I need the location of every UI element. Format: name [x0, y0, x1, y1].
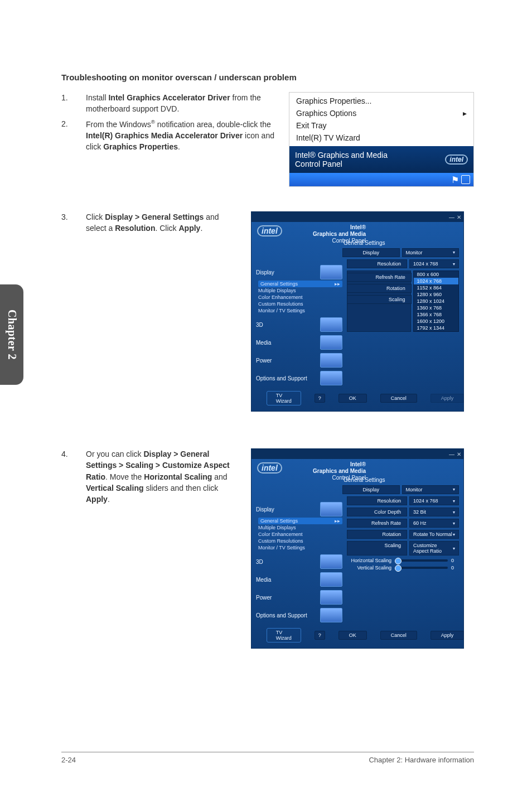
cancel-button[interactable]: Cancel [380, 394, 417, 403]
resolution-select[interactable]: 1024 x 768▾ [409, 496, 459, 505]
screenshot-tray-menu: Graphics Properties... Graphics Options▸… [289, 92, 474, 187]
thumbnail-icon [320, 502, 342, 516]
screenshot-control-panel-scaling: — ✕ intel General Settings Display Monit… [251, 448, 464, 649]
sidebar: Display General Settings▸▸ Multiple Disp… [252, 259, 342, 388]
sidebar-subitem[interactable]: General Settings▸▸ [258, 281, 342, 287]
field-label: Resolution [347, 496, 407, 505]
vertical-scaling-slider[interactable] [395, 567, 448, 569]
chevron-down-icon: ▾ [453, 532, 455, 537]
tray-icon[interactable] [461, 175, 470, 184]
sidebar-item-power[interactable]: Power [256, 353, 342, 368]
color-depth-select[interactable]: 32 Bit▾ [409, 508, 459, 516]
intel-logo-icon: intel [257, 462, 282, 474]
minimize-icon[interactable]: — [449, 451, 454, 457]
page-number: 2-24 [61, 756, 76, 764]
scaling-select[interactable]: Customize Aspect Ratio▾ [409, 541, 459, 555]
sidebar-item-3d[interactable]: 3D [256, 554, 342, 569]
help-button[interactable]: ? [315, 631, 325, 640]
slider-thumb-icon[interactable] [395, 565, 402, 572]
context-menu: Graphics Properties... Graphics Options▸… [289, 93, 473, 146]
tab-display[interactable]: Display [342, 485, 400, 494]
resolution-select[interactable]: 1024 x 768▾ [409, 259, 459, 268]
step-text: From the Windows® notification area, dou… [86, 118, 278, 153]
dropdown-option[interactable]: 1366 x 768 [414, 311, 458, 318]
cancel-button[interactable]: Cancel [380, 631, 417, 640]
sidebar-subitem[interactable]: Color Enhancement [258, 294, 342, 301]
minimize-icon[interactable]: — [449, 214, 454, 220]
section-title: Troubleshooting on monitor overscan / un… [61, 73, 474, 82]
step-number: 3. [61, 211, 86, 234]
sidebar-item-media[interactable]: Media [256, 572, 342, 587]
panel-tooltip-label: Intel® Graphics and Media Control Panel [295, 151, 412, 168]
rotation-select[interactable]: Rotate To Normal▾ [409, 530, 459, 539]
tv-wizard-button[interactable]: TV Wizard [267, 628, 301, 642]
field-label: Resolution [347, 259, 407, 268]
dropdown-option[interactable]: 1360 x 768 [414, 305, 458, 311]
footer-chapter-title: Chapter 2: Hardware information [369, 756, 474, 764]
sidebar-item-power[interactable]: Power [256, 590, 342, 605]
field-label: Rotation [347, 284, 412, 293]
slider-label: Horizontal Scaling [347, 558, 391, 563]
refresh-rate-select[interactable]: 60 Hz▾ [409, 519, 459, 528]
sidebar-subitem[interactable]: Color Enhancement [258, 531, 342, 538]
close-icon[interactable]: ✕ [457, 214, 461, 220]
sidebar-item-options[interactable]: Options and Support [256, 371, 342, 385]
slider-label: Vertical Scaling [347, 565, 391, 571]
menu-item[interactable]: Graphics Options▸ [292, 107, 471, 119]
dropdown-option[interactable]: 1792 x 1344 [414, 325, 458, 331]
arrow-icon: ▸▸ [335, 518, 340, 524]
tab-monitor[interactable]: Monitor▾ [402, 248, 460, 257]
horizontal-scaling-slider[interactable] [395, 559, 448, 562]
step-number: 1. [61, 92, 86, 115]
dropdown-option[interactable]: 1600 x 1200 [414, 318, 458, 325]
close-icon[interactable]: ✕ [457, 451, 461, 457]
tab-monitor[interactable]: Monitor▾ [402, 485, 460, 494]
sidebar-subitem[interactable]: Multiple Displays [258, 287, 342, 294]
thumbnail-icon [320, 335, 342, 350]
sidebar-subitem[interactable]: Custom Resolutions [258, 301, 342, 307]
step-text: Or you can click Display > General Setti… [86, 448, 240, 505]
sidebar-subitem[interactable]: Custom Resolutions [258, 538, 342, 544]
sidebar-subitem[interactable]: Monitor / TV Settings [258, 544, 342, 551]
chevron-down-icon: ▾ [453, 521, 455, 526]
chevron-down-icon: ▾ [453, 499, 455, 504]
menu-item[interactable]: Exit Tray [292, 119, 471, 132]
sidebar-item-options[interactable]: Options and Support [256, 608, 342, 622]
apply-button[interactable]: Apply [431, 394, 465, 403]
thumbnail-icon [320, 265, 342, 279]
submenu-arrow-icon: ▸ [463, 109, 467, 118]
thumbnail-icon [320, 554, 342, 569]
menu-item[interactable]: Graphics Properties... [292, 95, 471, 107]
help-button[interactable]: ? [315, 394, 325, 403]
sidebar-subitem[interactable]: Multiple Displays [258, 524, 342, 531]
sidebar-item-display[interactable]: Display [256, 502, 342, 516]
intel-logo-icon: intel [257, 225, 282, 236]
step-number: 4. [61, 448, 86, 505]
sidebar-item-3d[interactable]: 3D [256, 317, 342, 332]
field-label: Refresh Rate [347, 273, 412, 282]
menu-item[interactable]: Intel(R) TV Wizard [292, 132, 471, 144]
tv-wizard-button[interactable]: TV Wizard [267, 391, 301, 405]
ok-button[interactable]: OK [338, 631, 367, 640]
chapter-tab: Chapter 2 [0, 284, 23, 385]
thumbnail-icon [320, 317, 342, 332]
thumbnail-icon [320, 353, 342, 368]
field-label: Rotation [347, 530, 407, 539]
thumbnail-icon [320, 371, 342, 385]
tab-display[interactable]: Display [342, 248, 400, 257]
slider-thumb-icon[interactable] [395, 558, 402, 564]
thumbnail-icon [320, 608, 342, 622]
sidebar-subitem[interactable]: General Settings▸▸ [258, 518, 342, 524]
sidebar-item-media[interactable]: Media [256, 335, 342, 350]
thumbnail-icon [320, 590, 342, 605]
field-label: Scaling [347, 541, 407, 555]
ok-button[interactable]: OK [338, 394, 367, 403]
system-tray: ⚑ [289, 173, 473, 186]
page-footer: 2-24 Chapter 2: Hardware information [61, 752, 474, 764]
panel-tooltip: Intel® Graphics and Media Control Panel … [289, 146, 473, 173]
sidebar-item-display[interactable]: Display [256, 265, 342, 279]
chevron-down-icon: ▾ [453, 262, 455, 267]
step-text: Install Intel Graphics Accelerator Drive… [86, 92, 278, 115]
apply-button[interactable]: Apply [431, 631, 465, 640]
sidebar-subitem[interactable]: Monitor / TV Settings [258, 307, 342, 314]
